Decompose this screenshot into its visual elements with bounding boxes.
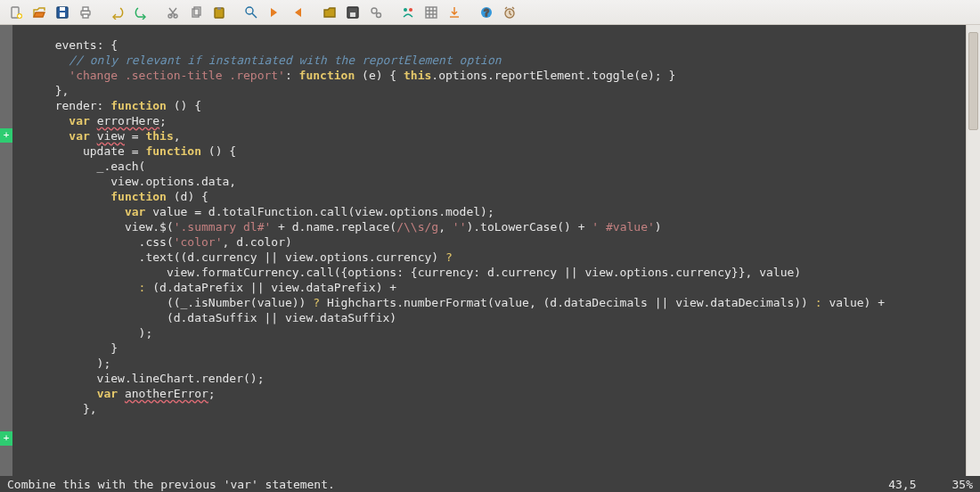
svg-point-14 (246, 7, 253, 14)
run-icon[interactable] (397, 2, 419, 23)
toolbar: ? (0, 0, 980, 25)
find-prev-icon[interactable] (287, 2, 308, 23)
copy-icon[interactable] (185, 2, 207, 23)
svg-rect-3 (60, 12, 65, 17)
undo-icon[interactable] (107, 2, 128, 23)
open-folder-icon[interactable] (319, 2, 340, 23)
svg-rect-4 (60, 7, 65, 11)
preferences-icon[interactable] (365, 2, 387, 23)
find-icon[interactable] (241, 2, 262, 23)
status-message: Combine this with the previous 'var' sta… (7, 478, 335, 491)
status-bar: Combine this with the previous 'var' sta… (0, 476, 980, 492)
cursor-position: 43,5 (888, 478, 916, 491)
svg-rect-16 (350, 12, 355, 17)
svg-rect-7 (83, 14, 88, 18)
editor-code[interactable]: events: { // only relevant if instantiat… (12, 25, 966, 476)
gutter-added-line-icon: + (0, 431, 12, 446)
grid-icon[interactable] (421, 2, 442, 23)
new-file-icon[interactable] (5, 2, 27, 23)
cut-icon[interactable] (162, 2, 184, 23)
save-all-icon[interactable] (342, 2, 363, 23)
editor-gutter: ++ (0, 25, 12, 476)
print-icon[interactable] (75, 2, 96, 23)
svg-point-19 (404, 8, 407, 12)
scroll-percent: 35% (952, 478, 973, 491)
open-file-icon[interactable] (29, 2, 50, 23)
redo-icon[interactable] (130, 2, 151, 23)
svg-rect-13 (217, 7, 221, 10)
help-icon[interactable]: ? (476, 2, 497, 23)
svg-rect-21 (426, 7, 437, 18)
alarm-icon[interactable] (499, 2, 520, 23)
paste-icon[interactable] (208, 2, 230, 23)
svg-point-20 (409, 8, 412, 12)
svg-text:?: ? (484, 8, 489, 18)
scrollbar-thumb[interactable] (968, 32, 978, 130)
save-icon[interactable] (52, 2, 73, 23)
find-next-icon[interactable] (264, 2, 285, 23)
vertical-scrollbar[interactable] (966, 25, 980, 476)
gutter-added-line-icon: + (0, 128, 12, 143)
svg-point-18 (377, 12, 381, 17)
svg-point-17 (372, 8, 377, 13)
editor[interactable]: ++ events: { // only relevant if instant… (0, 25, 980, 476)
goto-icon[interactable] (444, 2, 465, 23)
svg-rect-6 (83, 7, 88, 11)
